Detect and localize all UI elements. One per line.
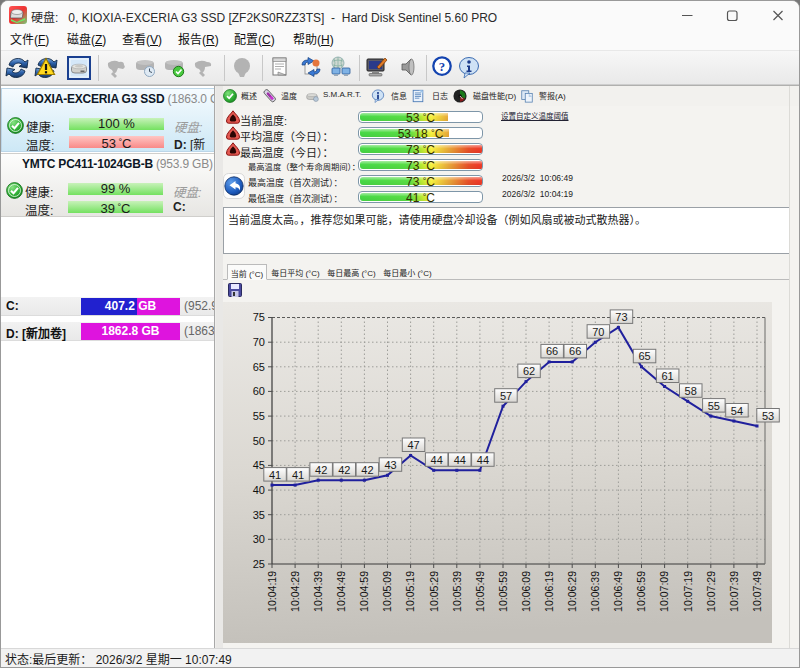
svg-text:10:04:39: 10:04:39 <box>312 571 324 612</box>
svg-text:44: 44 <box>454 454 466 466</box>
svg-text:44: 44 <box>431 454 443 466</box>
svg-text:10:04:49: 10:04:49 <box>335 571 347 612</box>
svg-text:10:06:59: 10:06:59 <box>635 571 647 612</box>
svg-text:10:06:29: 10:06:29 <box>566 571 578 612</box>
svg-text:40: 40 <box>253 484 265 496</box>
svg-text:10:06:49: 10:06:49 <box>612 571 624 612</box>
svg-text:41: 41 <box>292 469 304 481</box>
svg-text:10:05:09: 10:05:09 <box>381 571 393 612</box>
svg-text:10:07:39: 10:07:39 <box>728 571 740 612</box>
svg-text:42: 42 <box>315 464 327 476</box>
svg-text:60: 60 <box>253 385 265 397</box>
svg-text:43: 43 <box>384 459 396 471</box>
svg-text:55: 55 <box>708 400 720 412</box>
svg-text:42: 42 <box>361 464 373 476</box>
svg-text:?: ? <box>439 60 445 74</box>
svg-text:73: 73 <box>615 311 627 323</box>
svg-text:47: 47 <box>407 439 419 451</box>
svg-text:10:07:49: 10:07:49 <box>751 571 763 612</box>
svg-text:70: 70 <box>592 326 604 338</box>
svg-text:57: 57 <box>500 390 512 402</box>
svg-text:10:07:29: 10:07:29 <box>705 571 717 612</box>
svg-text:10:04:59: 10:04:59 <box>358 571 370 612</box>
svg-text:41: 41 <box>269 469 281 481</box>
svg-text:70: 70 <box>253 336 265 348</box>
svg-text:10:05:29: 10:05:29 <box>428 571 440 612</box>
svg-text:10:05:39: 10:05:39 <box>451 571 463 612</box>
svg-text:10:06:09: 10:06:09 <box>520 571 532 612</box>
svg-text:50: 50 <box>253 435 265 447</box>
svg-text:10:07:09: 10:07:09 <box>658 571 670 612</box>
svg-text:66: 66 <box>569 345 581 357</box>
svg-text:10:04:19: 10:04:19 <box>266 571 278 612</box>
svg-text:10:05:59: 10:05:59 <box>497 571 509 612</box>
svg-text:62: 62 <box>523 365 535 377</box>
svg-text:75: 75 <box>253 311 265 323</box>
svg-text:54: 54 <box>731 405 743 417</box>
svg-text:10:06:39: 10:06:39 <box>589 571 601 612</box>
svg-text:45: 45 <box>253 459 265 471</box>
svg-text:35: 35 <box>253 509 265 521</box>
svg-text:10:05:19: 10:05:19 <box>404 571 416 612</box>
svg-text:30: 30 <box>253 533 265 545</box>
svg-text:58: 58 <box>685 385 697 397</box>
svg-text:53: 53 <box>762 410 774 422</box>
svg-text:10:07:19: 10:07:19 <box>682 571 694 612</box>
svg-text:65: 65 <box>638 350 650 362</box>
svg-text:65: 65 <box>253 361 265 373</box>
svg-text:25: 25 <box>253 558 265 570</box>
svg-text:66: 66 <box>546 345 558 357</box>
svg-text:10:06:19: 10:06:19 <box>543 571 555 612</box>
svg-text:55: 55 <box>253 410 265 422</box>
svg-text:10:04:29: 10:04:29 <box>289 571 301 612</box>
svg-text:10:05:49: 10:05:49 <box>474 571 486 612</box>
svg-text:44: 44 <box>477 454 489 466</box>
svg-text:61: 61 <box>661 370 673 382</box>
svg-text:42: 42 <box>338 464 350 476</box>
